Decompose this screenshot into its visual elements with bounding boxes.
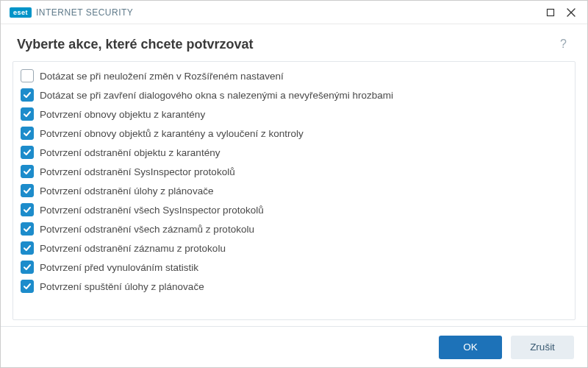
option-row[interactable]: Potvrzení obnovy objektu z karantény	[16, 105, 567, 124]
checkbox[interactable]	[21, 107, 34, 121]
header: Vyberte akce, které chcete potvrzovat ?	[1, 24, 587, 61]
titlebar: eset INTERNET SECURITY	[1, 1, 587, 24]
close-button[interactable]	[561, 2, 581, 23]
option-label: Potvrzení odstranění všech záznamů z pro…	[40, 224, 254, 235]
ok-button[interactable]: OK	[439, 336, 502, 359]
option-row[interactable]: Potvrzení spuštění úlohy z plánovače	[16, 277, 567, 296]
help-button[interactable]: ?	[556, 35, 571, 54]
svg-rect-0	[548, 9, 554, 15]
option-label: Potvrzení spuštění úlohy z plánovače	[40, 281, 204, 292]
checkbox[interactable]	[21, 280, 34, 293]
brand-text: INTERNET SECURITY	[36, 7, 133, 18]
brand: eset INTERNET SECURITY	[10, 7, 133, 18]
checkbox[interactable]	[21, 165, 34, 178]
option-label: Potvrzení před vynulováním statistik	[40, 262, 198, 273]
option-row[interactable]: Potvrzení odstranění záznamu z protokolu	[16, 238, 567, 258]
options-panel: Dotázat se při neuložení změn v Rozšířen…	[12, 61, 576, 320]
checkbox[interactable]	[21, 146, 34, 159]
checkbox[interactable]	[21, 69, 34, 82]
footer: OK Zrušit	[1, 326, 587, 367]
option-row[interactable]: Potvrzení obnovy objektů z karantény a v…	[16, 124, 567, 143]
page-title: Vyberte akce, které chcete potvrzovat	[17, 37, 254, 52]
option-row[interactable]: Dotázat se při zavření dialogového okna …	[16, 85, 567, 105]
option-label: Potvrzení odstranění objektu z karantény	[40, 147, 220, 158]
dialog-window: eset INTERNET SECURITY Vyberte akce, kte…	[0, 0, 588, 368]
option-row[interactable]: Potvrzení odstranění všech SysInspector …	[16, 200, 567, 219]
option-label: Potvrzení odstranění SysInspector protok…	[40, 166, 235, 177]
brand-badge: eset	[10, 7, 32, 18]
option-row[interactable]: Potvrzení odstranění úlohy z plánovače	[16, 181, 567, 200]
option-label: Potvrzení obnovy objektů z karantény a v…	[40, 128, 304, 139]
option-label: Potvrzení odstranění úlohy z plánovače	[40, 185, 213, 197]
option-label: Potvrzení odstranění záznamu z protokolu	[40, 243, 226, 254]
checkbox[interactable]	[21, 184, 34, 197]
option-row[interactable]: Potvrzení před vynulováním statistik	[16, 258, 567, 277]
checkbox[interactable]	[21, 241, 34, 255]
cancel-button[interactable]: Zrušit	[511, 336, 574, 359]
checkbox[interactable]	[21, 222, 34, 236]
option-label: Dotázat se při neuložení změn v Rozšířen…	[40, 71, 284, 82]
option-label: Potvrzení obnovy objektu z karantény	[40, 109, 205, 120]
option-label: Dotázat se při zavření dialogového okna …	[40, 90, 393, 101]
checkbox[interactable]	[21, 203, 34, 216]
maximize-button[interactable]	[540, 2, 561, 23]
option-row[interactable]: Dotázat se při neuložení změn v Rozšířen…	[16, 66, 567, 85]
checkbox[interactable]	[21, 88, 34, 102]
option-row[interactable]: Potvrzení odstranění objektu z karantény	[16, 143, 567, 162]
option-row[interactable]: Potvrzení odstranění SysInspector protok…	[16, 162, 567, 181]
options-list[interactable]: Dotázat se při neuložení změn v Rozšířen…	[13, 62, 575, 319]
checkbox[interactable]	[21, 127, 34, 140]
option-row[interactable]: Potvrzení odstranění všech záznamů z pro…	[16, 219, 567, 238]
checkbox[interactable]	[21, 261, 34, 274]
option-label: Potvrzení odstranění všech SysInspector …	[40, 205, 264, 216]
